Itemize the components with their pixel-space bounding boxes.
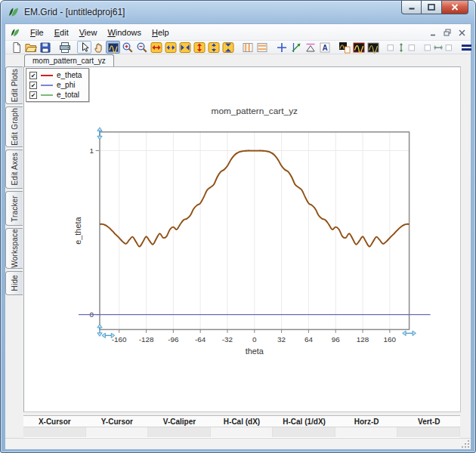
- x-tick-label: 96: [332, 335, 340, 344]
- axis-handle-vertical[interactable]: [97, 333, 102, 336]
- toolbar-split-vertical-button[interactable]: [240, 41, 255, 54]
- toolbar-snapshot-button[interactable]: [337, 41, 351, 54]
- mdi-minimize-button[interactable]: [427, 27, 439, 38]
- axis-handle-horizontal[interactable]: [413, 331, 416, 335]
- mdi-close-button[interactable]: [456, 27, 468, 38]
- toolbar-h-fit-full-button[interactable]: [149, 41, 163, 54]
- legend-checkbox-e-theta[interactable]: ✔: [29, 72, 37, 79]
- crosshair-cursor-icon: [276, 42, 288, 54]
- toolbar-trace-style-active-button[interactable]: [351, 41, 366, 54]
- h-fit-full-icon: [150, 42, 162, 54]
- legend-label: e_phi: [57, 81, 75, 89]
- axis-handle-vertical[interactable]: [97, 136, 102, 139]
- toolbar-zoom-out-button[interactable]: [134, 41, 149, 54]
- legend-checkbox-e-phi[interactable]: ✔: [29, 82, 37, 89]
- menu-windows[interactable]: Windows: [102, 26, 147, 39]
- toolbar-h-shrink-button[interactable]: [178, 41, 192, 54]
- toolbar-print-button[interactable]: [57, 41, 72, 54]
- column-y-cursor: Y-Cursor: [86, 418, 149, 426]
- graph-panel: -160-128-96-64-32032649612816001mom_patt…: [23, 66, 461, 412]
- column-h-cal-dx: H-Cal (dX): [211, 418, 274, 426]
- tracker-cursor-icon: [290, 42, 302, 54]
- mdi-restore-button[interactable]: [441, 27, 453, 38]
- minimize-icon: [408, 4, 416, 11]
- legend-item-e-phi: ✔e_phi: [29, 81, 82, 89]
- new-document-icon: [11, 42, 23, 54]
- menu-items: FileEditViewWindowsHelp: [25, 26, 175, 39]
- x-tick-label: -32: [222, 335, 233, 344]
- close-button[interactable]: [442, 1, 468, 14]
- toolbar-new-document-button[interactable]: [9, 41, 23, 54]
- side-tab-label: Edit Axes: [11, 153, 19, 186]
- toolbar-h-autoscale-group[interactable]: [422, 41, 454, 54]
- chart-title: mom_pattern_cart_yz: [212, 106, 298, 116]
- side-tab-hide[interactable]: Hide: [5, 271, 23, 295]
- print-icon: [59, 42, 71, 54]
- maximize-button[interactable]: [422, 1, 442, 14]
- client-area: FileEditViewWindowsHelp ALayout: [5, 23, 471, 448]
- window: EM.Grid - [untitledproj61] FileEditViewW…: [0, 0, 476, 453]
- minimize-button[interactable]: [401, 1, 422, 14]
- side-tab-workspace[interactable]: Workspace: [5, 228, 23, 269]
- toolbar-pointer-button[interactable]: [77, 41, 91, 54]
- text-annotation-icon: A: [319, 42, 331, 54]
- x-tick-label: 0: [252, 335, 257, 344]
- legend-checkbox-e-total[interactable]: ✔: [29, 91, 37, 99]
- menu-edit[interactable]: Edit: [49, 26, 74, 39]
- toolbar-open-file-button[interactable]: [23, 41, 38, 54]
- menu-help[interactable]: Help: [147, 26, 175, 39]
- side-tab-edit-axes[interactable]: Edit Axes: [5, 149, 23, 189]
- cursor-table-header: X-CursorY-CursorV-CaliperH-Cal (dX)H-Cal…: [23, 415, 460, 427]
- resize-grip[interactable]: [461, 439, 470, 448]
- axis-handle-vertical[interactable]: [97, 325, 102, 328]
- side-tab-label: Hide: [11, 275, 19, 291]
- toolbar-v-shrink-button[interactable]: [221, 41, 235, 54]
- title-bar[interactable]: EM.Grid - [untitledproj61]: [1, 1, 475, 23]
- toolbar-text-annotation-button[interactable]: A: [317, 41, 332, 54]
- status-bar: [5, 438, 471, 449]
- toolbar-h-expand-button[interactable]: [163, 41, 178, 54]
- x-tick-label: -128: [139, 335, 154, 344]
- y-axis-label: e_theta: [73, 217, 82, 245]
- menu-file[interactable]: File: [25, 26, 49, 39]
- cell-vert-d: [397, 427, 460, 437]
- x-tick-label: -96: [168, 335, 179, 344]
- document-tab[interactable]: mom_pattern_cart_yz: [24, 54, 114, 66]
- side-tab-tracker[interactable]: Tracker: [5, 191, 23, 226]
- legend-item-e-total: ✔e_total: [29, 91, 82, 99]
- side-tab-edit-plots[interactable]: Edit Plots: [5, 66, 23, 104]
- toolbar-zoom-region-button[interactable]: [106, 41, 120, 54]
- side-tab-edit-graph[interactable]: Edit Graph: [5, 106, 23, 147]
- axis-handle-vertical[interactable]: [97, 128, 102, 131]
- toolbar-caliper-button[interactable]: [303, 41, 317, 54]
- mdi-minimize-icon: [430, 29, 437, 36]
- toolbar-zoom-in-button[interactable]: [120, 41, 134, 54]
- toolbar-layout-button[interactable]: Layout: [459, 41, 476, 54]
- mdi-close-icon: [459, 29, 465, 36]
- maximize-icon: [428, 4, 435, 11]
- trace-style-icon: [367, 42, 379, 54]
- toolbar-v-autoscale-group[interactable]: [385, 41, 417, 54]
- toolbar-crosshair-cursor-button[interactable]: [274, 41, 289, 54]
- menu-view[interactable]: View: [74, 26, 103, 39]
- menu-bar: FileEditViewWindowsHelp: [5, 24, 471, 41]
- axis-handle-horizontal[interactable]: [403, 331, 406, 335]
- toolbar-tracker-cursor-button[interactable]: [289, 41, 303, 54]
- toolbar-v-expand-button[interactable]: [206, 41, 221, 54]
- main-area: Edit PlotsEdit GraphEdit AxesTrackerWork…: [5, 66, 471, 412]
- cell-y-cursor: [86, 427, 149, 437]
- x-tick-label: 64: [304, 335, 313, 344]
- checkbox-icon: [406, 42, 417, 54]
- toolbar-save-button[interactable]: [38, 41, 52, 54]
- axis-handle-horizontal[interactable]: [102, 333, 105, 337]
- column-h-cal-1-dx: H-Cal (1/dX): [273, 418, 335, 426]
- checkbox-icon: [422, 42, 433, 54]
- toolbar-v-fit-full-button[interactable]: [192, 41, 206, 54]
- mdi-buttons: [427, 27, 468, 38]
- toolbar-trace-style-button[interactable]: [366, 41, 380, 54]
- toolbar-split-horizontal-button[interactable]: [255, 41, 269, 54]
- caption-buttons: [401, 1, 468, 14]
- toolbar-pan-hand-button[interactable]: [91, 41, 106, 54]
- document-logo-icon: [10, 27, 20, 38]
- y-tick-label: 1: [90, 146, 94, 155]
